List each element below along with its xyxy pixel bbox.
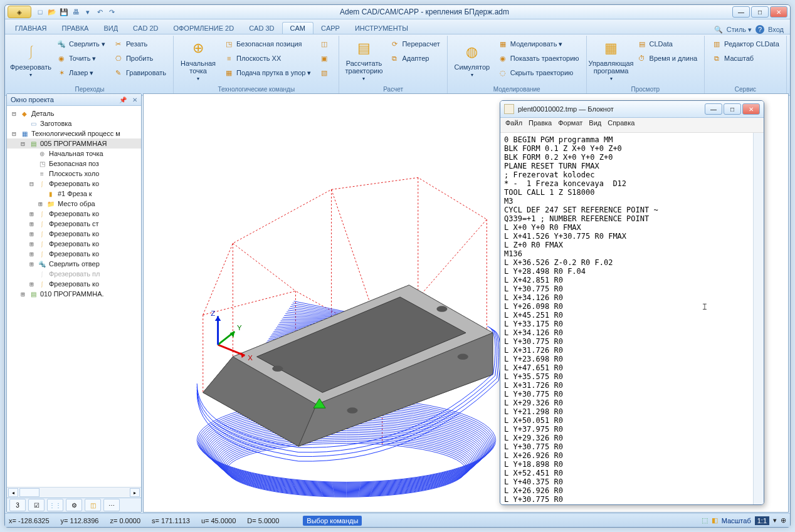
close-pane-icon[interactable]: ✕ xyxy=(132,96,137,103)
tab-cad 3d[interactable]: CAD 3D xyxy=(241,23,282,34)
tab-правка[interactable]: ПРАВКА xyxy=(54,23,96,34)
big-button[interactable]: ◍Симулятор▾ xyxy=(451,37,493,82)
ribbon-button[interactable]: ▣ xyxy=(316,51,335,65)
ribbon-button[interactable]: 🔩Сверлить ▾ xyxy=(53,37,108,51)
big-button[interactable]: ▤Рассчитатьтраекторию▾ xyxy=(343,37,384,82)
tree-node[interactable]: ⊕Начальная точка xyxy=(7,149,141,159)
tree-node[interactable]: ⊞⎰Фрезеровать ст xyxy=(7,219,141,229)
ribbon-button[interactable]: ✎Гравировать xyxy=(110,66,169,80)
notepad-titlebar[interactable]: plent00010002.tmp — Блокнот — □ ✕ xyxy=(500,101,764,118)
notepad-menu-item[interactable]: Вид xyxy=(589,119,601,131)
tree-node[interactable]: ≡Плоскость холо xyxy=(7,169,141,179)
ribbon-button[interactable]: ⎔Пробить xyxy=(110,51,169,65)
minimize-button[interactable]: — xyxy=(732,6,750,18)
tree-node[interactable]: ⊟▤005 ПРОГРАММНАЯ xyxy=(7,138,141,149)
tree-node[interactable]: ⊞⎰Фрезеровать ко xyxy=(7,209,141,219)
notepad-menu-item[interactable]: Справка xyxy=(608,119,634,131)
scale-dropdown-icon[interactable]: ▾ xyxy=(773,516,777,524)
tree-node[interactable]: ⊞📁Место обра xyxy=(7,199,141,209)
close-button[interactable]: ✕ xyxy=(770,6,787,18)
ribbon-button[interactable]: ◳Безопасная позиция xyxy=(221,37,314,51)
bottom-tab-3[interactable]: ⋮⋮ xyxy=(47,499,63,511)
search-icon[interactable]: 🔍 xyxy=(714,26,723,34)
ribbon-button[interactable]: ◉Показать траекторию xyxy=(495,51,582,65)
tree-node[interactable]: ⊞⎰Фрезеровать ко xyxy=(7,279,141,289)
dropdown-icon[interactable]: ▾ xyxy=(83,7,93,17)
notepad-close-button[interactable]: ✕ xyxy=(742,103,760,115)
scroll-right-icon[interactable]: ▸ xyxy=(130,488,140,497)
tree-node[interactable]: ⎰Фрезеровать пл xyxy=(7,269,141,279)
ribbon-button[interactable]: ◫ xyxy=(316,37,335,51)
tab-cad 2d[interactable]: CAD 2D xyxy=(125,23,166,34)
ribbon-button[interactable]: ▤CLData xyxy=(634,37,701,51)
tab-главная[interactable]: ГЛАВНАЯ xyxy=(8,23,54,34)
big-button[interactable]: ⎰Фрезеровать▾ xyxy=(10,37,51,82)
pin-icon[interactable]: 📌 xyxy=(119,96,127,103)
ribbon-button[interactable]: ≡Плоскость XX xyxy=(221,51,314,65)
bottom-tab-5[interactable]: ◫ xyxy=(85,499,101,511)
tree-node[interactable]: ⊟◆Деталь xyxy=(7,108,141,118)
notepad-scrollbar[interactable] xyxy=(753,133,764,504)
cube-solid-icon[interactable]: ◧ xyxy=(712,516,718,524)
print-icon[interactable]: 🖶 xyxy=(71,7,81,17)
bottom-tab-6[interactable]: ⋯ xyxy=(103,499,120,511)
tree-node[interactable]: ▭Заготовка xyxy=(7,118,141,128)
ribbon-button[interactable]: ⟳Перерасчет xyxy=(386,37,443,51)
undo-icon[interactable]: ↶ xyxy=(95,7,105,17)
help-icon[interactable]: ? xyxy=(756,25,764,34)
bottom-tab-num[interactable]: 3 xyxy=(9,499,26,511)
notepad-menu-item[interactable]: Правка xyxy=(529,119,552,131)
notepad-maximize-button[interactable]: □ xyxy=(724,103,741,115)
ribbon-button[interactable]: ✂Резать xyxy=(110,37,169,51)
tree-node[interactable]: ⊞▤010 ПРОГРАММНА. xyxy=(7,289,141,299)
project-pane-header: Окно проекта 📌 ✕ xyxy=(7,94,141,106)
ribbon-button[interactable]: ⧉Адаптер xyxy=(386,51,443,65)
notepad-minimize-button[interactable]: — xyxy=(705,103,722,115)
ribbon-button[interactable]: ⧉Масштаб xyxy=(708,51,782,65)
maximize-button[interactable]: □ xyxy=(751,6,769,18)
ribbon-button[interactable]: ▦Моделировать ▾ xyxy=(495,37,582,51)
scroll-left-icon[interactable]: ◂ xyxy=(8,488,18,497)
cube-wire-icon[interactable]: ⬚ xyxy=(702,516,708,524)
scroll-thumb[interactable] xyxy=(19,488,39,497)
tree-node[interactable]: ▮#1 Фреза к xyxy=(7,189,141,199)
open-icon[interactable]: 📂 xyxy=(47,7,57,17)
login-link[interactable]: Вход xyxy=(768,26,784,33)
tab-cam[interactable]: CAM xyxy=(282,22,313,34)
tab-инструменты[interactable]: ИНСТРУМЕНТЫ xyxy=(347,23,416,34)
ribbon-button[interactable]: ◉Точить ▾ xyxy=(53,51,108,65)
scale-value[interactable]: 1:1 xyxy=(755,516,769,525)
tab-оформление 2d[interactable]: ОФОРМЛЕНИЕ 2D xyxy=(166,23,241,34)
notepad-menu-item[interactable]: Файл xyxy=(505,119,522,131)
ribbon-button[interactable]: ▦Подача прутка в упор ▾ xyxy=(221,66,314,80)
tree-node[interactable]: ⊞⎰Фрезеровать ко xyxy=(7,239,141,249)
ribbon-button[interactable]: ▥Редактор CLData xyxy=(708,37,782,51)
tree-hscroll[interactable]: ◂ ▸ xyxy=(7,487,141,498)
redo-icon[interactable]: ↷ xyxy=(107,7,117,17)
save-icon[interactable]: 💾 xyxy=(59,7,69,17)
ribbon-button[interactable]: ⏱Время и длина xyxy=(634,51,701,65)
status-plus-icon[interactable]: ⊕ xyxy=(781,516,786,524)
viewport-3d[interactable]: X Y Z Text plent00010002.tmp — Блокнот —… xyxy=(143,93,789,513)
project-tree[interactable]: ⊟◆Деталь▭Заготовка⊟▦Технологический проц… xyxy=(7,106,141,487)
tree-node[interactable]: ⊞🔩Сверлить отвер xyxy=(7,259,141,269)
new-icon[interactable]: □ xyxy=(35,7,45,17)
style-dropdown[interactable]: Стиль ▾ xyxy=(727,26,752,34)
notepad-body[interactable]: 0 BEGIN PGM programma MM BLK FORM 0.1 Z … xyxy=(500,133,753,504)
tree-node[interactable]: ⊞⎰Фрезеровать ко xyxy=(7,249,141,259)
tree-node[interactable]: ⊟▦Технологический процесс м xyxy=(7,128,141,138)
notepad-menu-item[interactable]: Формат xyxy=(558,119,582,131)
app-icon[interactable]: ◈ xyxy=(8,6,31,18)
big-button[interactable]: ⊕Начальнаяточка▾ xyxy=(177,37,219,82)
bottom-tab-4[interactable]: ⚙ xyxy=(66,499,82,511)
ribbon-button[interactable]: ✶Лазер ▾ xyxy=(53,66,108,80)
ribbon-button[interactable]: ◌Скрыть траекторию xyxy=(495,66,582,80)
ribbon-button[interactable]: ▧ xyxy=(316,66,335,80)
tree-node[interactable]: ⊞⎰Фрезеровать ко xyxy=(7,229,141,239)
tree-node[interactable]: ◳Безопасная поз xyxy=(7,159,141,169)
tab-capp[interactable]: CAPP xyxy=(313,23,347,34)
big-button[interactable]: ▦Управляющаяпрограмма▾ xyxy=(591,37,632,82)
tab-вид[interactable]: ВИД xyxy=(96,23,125,34)
tree-node[interactable]: ⊟⎰Фрезеровать ко xyxy=(7,179,141,189)
bottom-tab-2[interactable]: ☑ xyxy=(28,499,45,511)
